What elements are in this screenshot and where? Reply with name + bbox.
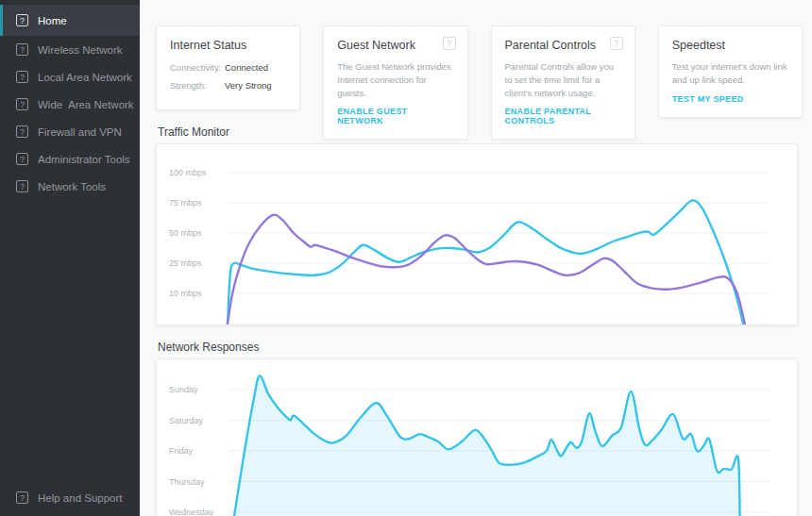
traffic-monitor-svg: 100 mbps75 mbps50 mbps25 mbps10 mbps	[157, 144, 798, 325]
status-value: Very Strong	[225, 80, 272, 91]
sidebar-item-home[interactable]: ?Home	[0, 5, 140, 36]
svg-text:75 mbps: 75 mbps	[169, 198, 202, 208]
placeholder-icon: ?	[16, 125, 28, 138]
placeholder-icon: ?	[16, 180, 28, 192]
card-parental-controls: Parental Controls?Parental Controls allo…	[491, 25, 635, 140]
card-speedtest: SpeedtestTest your internet's down link …	[658, 25, 803, 118]
network-responses-chart: SundaySaturdayFridayThursdayWednesday	[156, 358, 798, 516]
svg-text:Saturday: Saturday	[169, 416, 204, 425]
sidebar-item-label: Home	[38, 15, 67, 26]
status-label: Strength:	[170, 80, 225, 91]
sidebar-item-administrator-tools[interactable]: ?Administrator Tools	[0, 145, 140, 173]
placeholder-icon: ?	[16, 43, 28, 56]
network-responses-svg: SundaySaturdayFridayThursdayWednesday	[157, 359, 798, 516]
card-guest-network: Guest Network?The Guest Network provides…	[323, 25, 467, 140]
card-action-link[interactable]: ENABLE PARENTAL CONTROLS	[505, 107, 621, 125]
svg-text:100 mbps: 100 mbps	[169, 168, 207, 177]
status-value: Connected	[225, 62, 268, 73]
placeholder-icon: ?	[16, 98, 28, 110]
svg-text:Wednesday: Wednesday	[169, 508, 214, 516]
sidebar-item-firewall-and-vpn[interactable]: ?Firewall and VPN	[0, 118, 140, 145]
sidebar-item-label: Local Area Network	[38, 72, 132, 83]
card-internet-status: Internet StatusConnectivity:ConnectedStr…	[156, 25, 300, 110]
help-icon[interactable]: ?	[610, 37, 623, 50]
card-title: Speedtest	[672, 39, 788, 52]
placeholder-icon: ?	[16, 14, 28, 26]
card-action-link[interactable]: TEST MY SPEED	[672, 94, 744, 104]
status-row: Strength:Very Strong	[170, 80, 286, 91]
placeholder-icon: ?	[16, 491, 28, 504]
sidebar-item-wireless-network[interactable]: ?Wireless Network	[0, 36, 140, 63]
svg-text:Sunday: Sunday	[169, 385, 198, 394]
sidebar-nav: ?Home?Wireless Network?Local Area Networ…	[0, 0, 140, 200]
card-title: Guest Network	[337, 39, 453, 52]
sidebar: ?Home?Wireless Network?Local Area Networ…	[0, 0, 140, 516]
sidebar-item-label: Wide Area Network	[38, 99, 134, 110]
svg-text:25 mbps: 25 mbps	[169, 258, 202, 268]
sidebar-item-label: Administrator Tools	[38, 154, 130, 165]
sidebar-item-network-tools[interactable]: ?Network Tools	[0, 173, 140, 200]
card-title: Internet Status	[170, 39, 286, 52]
card-description: Test your internet's down link and up li…	[672, 60, 788, 87]
sidebar-item-wide-area-network[interactable]: ?Wide Area Network	[0, 91, 140, 118]
sidebar-item-label: Help and Support	[38, 492, 123, 504]
status-row: Connectivity:Connected	[170, 62, 286, 73]
svg-text:Thursday: Thursday	[169, 477, 205, 487]
sidebar-item-label: Wireless Network	[38, 44, 122, 56]
placeholder-icon: ?	[16, 153, 28, 165]
card-description: Parental Controls allow you to set the t…	[505, 60, 621, 99]
placeholder-icon: ?	[16, 71, 28, 83]
sidebar-item-label: Firewall and VPN	[38, 126, 122, 138]
svg-text:Friday: Friday	[169, 446, 194, 456]
sidebar-item-local-area-network[interactable]: ?Local Area Network	[0, 63, 140, 91]
cards-row: Internet StatusConnectivity:ConnectedStr…	[156, 25, 803, 140]
sidebar-item-help-and-support[interactable]: ? Help and Support	[0, 484, 140, 511]
status-label: Connectivity:	[170, 62, 225, 73]
card-action-link[interactable]: ENABLE GUEST NETWORK	[337, 107, 453, 125]
traffic-monitor-title: Traffic Monitor	[158, 125, 229, 139]
help-icon[interactable]: ?	[443, 37, 456, 50]
svg-text:10 mbps: 10 mbps	[169, 289, 202, 298]
network-responses-title: Network Responses	[158, 341, 259, 354]
card-description: The Guest Network provides Internet conn…	[337, 60, 453, 99]
traffic-monitor-chart: 100 mbps75 mbps50 mbps25 mbps10 mbps	[156, 143, 798, 325]
svg-text:50 mbps: 50 mbps	[169, 228, 202, 238]
sidebar-item-label: Network Tools	[38, 181, 106, 192]
card-title: Parental Controls	[505, 39, 621, 52]
